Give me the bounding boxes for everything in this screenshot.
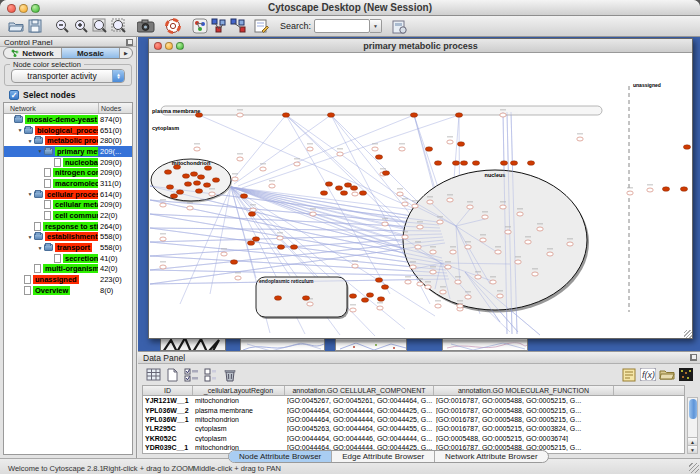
selected-node[interactable] [382, 171, 389, 176]
selected-node[interactable] [164, 170, 171, 175]
control-panel-float-icon[interactable] [126, 39, 133, 46]
selected-node[interactable] [282, 113, 289, 118]
selected-node[interactable] [381, 285, 388, 290]
node[interactable] [480, 238, 486, 242]
selected-node[interactable] [176, 190, 183, 195]
expand-triangle-icon[interactable]: ▼ [36, 245, 44, 251]
node[interactable] [430, 270, 436, 274]
selected-node[interactable] [247, 241, 254, 246]
node[interactable] [647, 188, 653, 192]
data-panel-float-icon[interactable] [690, 354, 697, 361]
column-header[interactable]: ID [143, 386, 193, 395]
selected-node[interactable] [349, 294, 356, 299]
zoom-out-icon[interactable] [52, 18, 71, 35]
node[interactable] [537, 227, 543, 231]
node[interactable] [627, 191, 633, 195]
tree-row[interactable]: ▼transport558(0) [4, 242, 132, 253]
expand-triangle-icon[interactable]: ▼ [16, 127, 24, 133]
plasma-membrane-region[interactable] [161, 106, 602, 115]
annotation-icon[interactable] [251, 18, 270, 35]
tree-row[interactable]: secretion41(0) [4, 253, 132, 264]
selected-node[interactable] [190, 172, 197, 177]
node[interactable] [547, 252, 553, 256]
selected-node[interactable] [680, 187, 687, 192]
node[interactable] [237, 157, 243, 161]
node[interactable] [500, 205, 506, 209]
edge[interactable] [150, 214, 440, 228]
selected-node[interactable] [340, 191, 347, 196]
selected-node[interactable] [457, 142, 464, 147]
title-bar[interactable]: Cytoscape Desktop (New Session) [0, 0, 700, 16]
selected-node[interactable] [195, 189, 202, 194]
selected-node[interactable] [274, 296, 281, 301]
selected-node[interactable] [510, 161, 517, 166]
node[interactable] [410, 265, 416, 269]
node[interactable] [412, 204, 418, 208]
node[interactable] [447, 140, 453, 144]
vizmapper-icon[interactable] [190, 18, 209, 35]
node[interactable] [260, 167, 266, 171]
selected-node[interactable] [204, 166, 211, 171]
table-scrollbar[interactable]: ▲ ▼ [687, 397, 698, 454]
selected-node[interactable] [359, 191, 366, 196]
node[interactable] [277, 236, 283, 240]
node[interactable] [567, 242, 573, 246]
expand-triangle-icon[interactable]: ▼ [36, 148, 44, 154]
selected-node[interactable] [683, 145, 690, 150]
zoom-in-icon[interactable] [71, 18, 90, 35]
scrollbar-thumb[interactable] [689, 399, 697, 419]
node[interactable] [221, 252, 227, 256]
selected-node[interactable] [320, 191, 327, 196]
selected-node[interactable] [197, 175, 204, 180]
selected-node[interactable] [195, 113, 202, 118]
tree-row[interactable]: unassigned223(0) [4, 274, 132, 285]
node[interactable] [482, 215, 488, 219]
tree-row[interactable]: cellular metabol209(0) [4, 200, 132, 211]
expand-triangle-icon[interactable]: ▼ [26, 191, 34, 197]
node[interactable] [445, 265, 451, 269]
selected-node[interactable] [410, 113, 417, 118]
select-nodes-checkbox[interactable]: ✓ [9, 90, 19, 100]
selected-node[interactable] [377, 297, 384, 302]
selected-node[interactable] [166, 185, 173, 190]
node[interactable] [505, 230, 511, 234]
search-dropdown-arrow[interactable]: ▼ [370, 19, 382, 33]
plugins-icon[interactable] [390, 18, 409, 35]
snapshot-icon[interactable] [136, 18, 155, 35]
node[interactable] [372, 147, 378, 151]
import-icon[interactable] [657, 366, 676, 383]
tab-network[interactable]: Network [4, 48, 62, 58]
selected-node[interactable] [527, 161, 534, 166]
node[interactable] [377, 306, 383, 310]
table-row[interactable]: YLR295Ccytoplasm[GO:0045263, GO:0044464,… [143, 424, 684, 433]
node[interactable] [350, 308, 356, 312]
node[interactable] [269, 184, 275, 188]
node[interactable] [209, 192, 215, 196]
edge[interactable] [150, 270, 448, 276]
open-icon[interactable] [6, 18, 25, 35]
selected-node[interactable] [350, 186, 357, 191]
selected-node[interactable] [240, 194, 247, 199]
selected-node[interactable] [193, 181, 200, 186]
tree-row[interactable]: ▼biological_process651(0) [4, 125, 132, 136]
select-attributes-icon[interactable] [182, 366, 201, 383]
selected-node[interactable] [344, 183, 351, 188]
new-attribute-icon[interactable] [163, 366, 182, 383]
node[interactable] [417, 225, 423, 229]
endoplasmic-reticulum-label[interactable]: endoplasmic reticulum [259, 278, 314, 284]
cytoplasm-label[interactable]: cytoplasm [152, 125, 179, 131]
selected-node[interactable] [230, 260, 237, 265]
selected-node[interactable] [500, 161, 507, 166]
node[interactable] [435, 304, 441, 308]
edge[interactable] [231, 187, 290, 276]
node[interactable] [517, 212, 523, 216]
table-row[interactable]: YKR052Ccytoplasm[GO:0044464, GO:0044446,… [143, 434, 684, 443]
unassigned-label[interactable]: unassigned [633, 82, 661, 88]
node[interactable] [352, 192, 358, 196]
attribute-table-icon[interactable] [144, 366, 163, 383]
selected-node[interactable] [302, 296, 309, 301]
node[interactable] [250, 208, 256, 212]
node[interactable] [495, 250, 501, 254]
tree-row[interactable]: nitrogen compou209(0) [4, 167, 132, 178]
column-header[interactable]: _cellularLayoutRegion [193, 386, 285, 395]
